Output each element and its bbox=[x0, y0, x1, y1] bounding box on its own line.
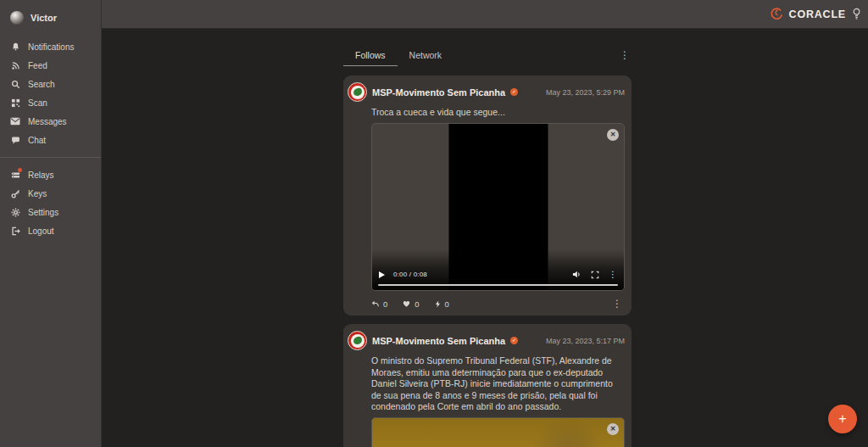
new-note-fab-button[interactable]: + bbox=[828, 405, 857, 433]
video-player[interactable]: ✕ 0:00 / 0:08 bbox=[371, 123, 625, 291]
sidebar-item-messages[interactable]: Messages bbox=[0, 112, 101, 131]
volume-icon[interactable] bbox=[572, 270, 581, 279]
sidebar-item-label: Relays bbox=[28, 170, 54, 180]
sidebar-item-label: Messages bbox=[28, 117, 67, 126]
sidebar-item-notifications[interactable]: Notifications bbox=[0, 37, 101, 56]
brand-title: CORACLE bbox=[789, 8, 846, 20]
author-name[interactable]: MSP-Movimento Sem Picanha bbox=[372, 87, 505, 98]
main-content: Follows Network ⋮ MSP-Movimento Sem Pica… bbox=[102, 29, 868, 447]
sidebar-item-label: Keys bbox=[28, 189, 47, 198]
sidebar-item-label: Feed bbox=[28, 61, 47, 70]
sidebar-item-label: Logout bbox=[28, 226, 54, 236]
post-header: MSP-Movimento Sem Picanha ✓ May 23, 2023… bbox=[348, 331, 625, 350]
author-avatar[interactable] bbox=[348, 82, 367, 102]
search-icon bbox=[10, 79, 20, 89]
sidebar-divider bbox=[0, 157, 101, 158]
post-timestamp: May 23, 2023, 5:29 PM bbox=[546, 88, 625, 97]
close-media-icon[interactable]: ✕ bbox=[607, 423, 619, 435]
author-avatar[interactable] bbox=[348, 331, 367, 350]
verified-badge-icon: ✓ bbox=[510, 337, 518, 344]
feed-options-kebab-icon[interactable]: ⋮ bbox=[620, 50, 632, 60]
verified-badge-icon: ✓ bbox=[510, 88, 518, 96]
qr-scan-icon bbox=[10, 98, 20, 108]
envelope-icon bbox=[10, 116, 20, 126]
bell-icon bbox=[10, 42, 20, 52]
sidebar-item-scan[interactable]: Scan bbox=[0, 93, 101, 112]
relay-notification-dot bbox=[18, 168, 22, 172]
user-avatar bbox=[10, 11, 24, 25]
post-text: Troca a cueca e vida que segue... bbox=[371, 107, 625, 119]
sidebar-item-label: Chat bbox=[28, 136, 46, 145]
sidebar-nav-secondary: Relays Keys Settings Logout bbox=[0, 165, 101, 240]
post-text: O ministro do Supremo Tribunal Federal (… bbox=[371, 355, 625, 413]
coracle-phoenix-logo-icon bbox=[769, 7, 783, 21]
sidebar: Victor Notifications Feed Search bbox=[0, 0, 102, 447]
zap-count: 0 bbox=[445, 299, 449, 309]
zap-button[interactable]: 0 bbox=[434, 299, 449, 309]
chat-bubble-icon bbox=[10, 135, 20, 145]
sidebar-item-feed[interactable]: Feed bbox=[0, 56, 101, 75]
sidebar-profile[interactable]: Victor bbox=[0, 0, 101, 25]
reply-count: 0 bbox=[383, 299, 387, 309]
rss-icon bbox=[10, 60, 20, 70]
topbar: CORACLE bbox=[102, 0, 868, 29]
post-reactions: 0 0 0 ⋮ bbox=[370, 298, 625, 310]
sidebar-item-settings[interactable]: Settings bbox=[0, 203, 101, 221]
theme-lightbulb-icon[interactable] bbox=[852, 8, 861, 20]
app-window: Victor Notifications Feed Search bbox=[0, 0, 868, 447]
post-timestamp: May 23, 2023, 5:17 PM bbox=[546, 337, 625, 345]
feed-column: Follows Network ⋮ MSP-Movimento Sem Pica… bbox=[343, 29, 632, 447]
like-button[interactable]: 0 bbox=[402, 299, 419, 309]
key-icon bbox=[10, 188, 20, 198]
tab-network[interactable]: Network bbox=[398, 44, 454, 66]
post-card: MSP-Movimento Sem Picanha ✓ May 23, 2023… bbox=[343, 324, 632, 447]
post-options-kebab-icon[interactable]: ⋮ bbox=[612, 299, 625, 309]
post-image[interactable]: ✕ bbox=[371, 417, 625, 447]
sidebar-item-label: Settings bbox=[28, 208, 58, 217]
sidebar-nav-primary: Notifications Feed Search Scan bbox=[0, 37, 101, 149]
sidebar-item-logout[interactable]: Logout bbox=[0, 221, 101, 240]
photo-background bbox=[372, 418, 624, 447]
play-icon[interactable] bbox=[379, 271, 385, 278]
user-name: Victor bbox=[31, 13, 57, 23]
logout-icon bbox=[10, 226, 20, 236]
video-controls: 0:00 / 0:08 ⋮ bbox=[372, 249, 624, 290]
author-name[interactable]: MSP-Movimento Sem Picanha bbox=[372, 336, 505, 346]
video-time: 0:00 / 0:08 bbox=[393, 271, 427, 278]
video-options-kebab-icon[interactable]: ⋮ bbox=[609, 271, 617, 279]
feed-tabs: Follows Network ⋮ bbox=[343, 44, 632, 66]
sidebar-item-label: Search bbox=[28, 80, 55, 89]
sidebar-item-label: Scan bbox=[28, 98, 47, 108]
fullscreen-icon[interactable] bbox=[591, 271, 599, 279]
video-progress-bar[interactable] bbox=[378, 284, 618, 286]
gear-icon bbox=[10, 207, 20, 217]
sidebar-item-label: Notifications bbox=[28, 42, 74, 52]
post-header: MSP-Movimento Sem Picanha ✓ May 23, 2023… bbox=[348, 82, 625, 102]
like-count: 0 bbox=[415, 299, 419, 309]
close-media-icon[interactable]: ✕ bbox=[607, 129, 619, 141]
sidebar-item-search[interactable]: Search bbox=[0, 75, 101, 93]
tab-follows[interactable]: Follows bbox=[343, 44, 398, 66]
sidebar-item-keys[interactable]: Keys bbox=[0, 184, 101, 203]
reply-button[interactable]: 0 bbox=[370, 299, 387, 309]
sidebar-item-relays[interactable]: Relays bbox=[0, 165, 101, 184]
relay-server-icon bbox=[10, 170, 20, 180]
post-card: MSP-Movimento Sem Picanha ✓ May 23, 2023… bbox=[343, 75, 632, 316]
sidebar-item-chat[interactable]: Chat bbox=[0, 131, 101, 149]
